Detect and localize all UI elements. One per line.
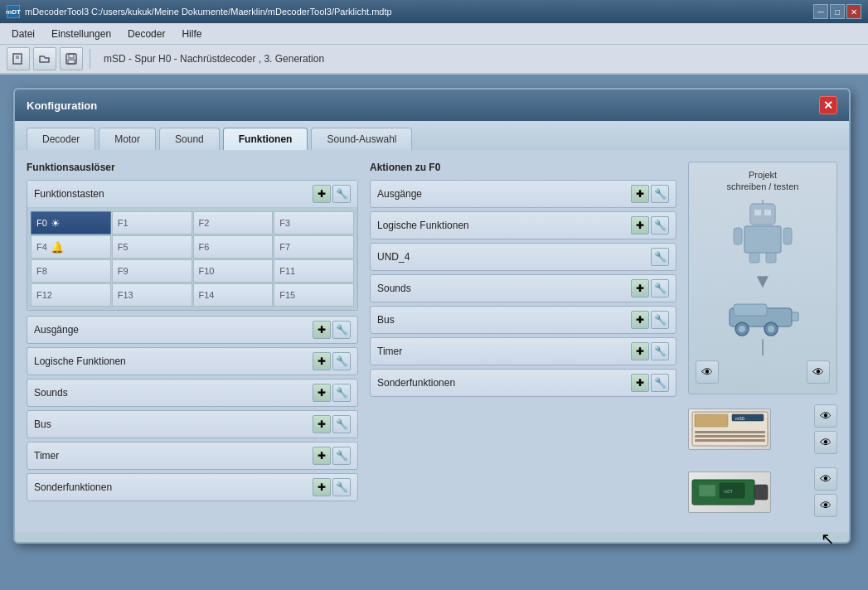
left-ausgaenge-label: Ausgänge <box>34 324 79 336</box>
left-sounds-add[interactable]: ✚ <box>313 384 331 402</box>
sidebar-decoder-eye-2[interactable]: 👁 <box>814 431 837 454</box>
tab-bar: Decoder Motor Sound Funktionen Sound-Aus… <box>15 121 849 150</box>
robot-icon <box>730 200 796 266</box>
fkey-F0[interactable]: F0 ☀ <box>31 211 111 235</box>
right-ausgaenge-wrench[interactable]: 🔧 <box>651 185 669 203</box>
tab-decoder[interactable]: Decoder <box>27 128 95 150</box>
sidebar-project-label: Projektschreiben / testen <box>727 169 799 193</box>
right-sonder-label: Sonderfunktionen <box>377 377 455 389</box>
svg-rect-7 <box>754 210 761 215</box>
maximize-button[interactable]: □ <box>830 4 845 19</box>
menu-decoder[interactable]: Decoder <box>119 26 173 42</box>
right-sounds-add[interactable]: ✚ <box>631 279 649 297</box>
left-bus-wrench[interactable]: 🔧 <box>332 415 351 433</box>
right-logische-add[interactable]: ✚ <box>631 216 649 235</box>
left-action-logische: Logische Funktionen ✚🔧 <box>27 347 358 375</box>
menu-einstellungen[interactable]: Einstellungen <box>43 26 119 42</box>
fkey-F5[interactable]: F5 <box>112 235 192 259</box>
menu-datei[interactable]: Datei <box>3 26 43 42</box>
toolbar-new-button[interactable] <box>7 47 30 70</box>
right-bus-label: Bus <box>377 314 395 326</box>
fkey-F2[interactable]: F2 <box>193 211 274 235</box>
fkey-F4[interactable]: F4 🔔 <box>31 235 111 259</box>
right-logische-wrench[interactable]: 🔧 <box>651 216 669 235</box>
toolbar-save-button[interactable] <box>60 47 83 70</box>
window-close-button[interactable]: ✕ <box>846 4 861 19</box>
right-sonder-add[interactable]: ✚ <box>631 374 649 392</box>
window-title: mDecoderTool3 C:/users/kukuk/Meine Dokum… <box>25 7 813 17</box>
left-ausgaenge-wrench[interactable]: 🔧 <box>332 321 351 339</box>
fkey-F6[interactable]: F6 <box>193 235 274 259</box>
sidebar-decoder-eye-1[interactable]: 👁 <box>814 404 837 428</box>
left-action-sonder: Sonderfunktionen ✚🔧 <box>27 473 358 501</box>
fkeys-grid: F0 ☀ F1 F2 F3 F4 🔔 F5 F6 F7 <box>27 208 357 310</box>
dialog-close-button[interactable]: ✕ <box>819 96 837 114</box>
fkey-F13[interactable]: F13 <box>112 283 192 307</box>
right-und4-label: UND_4 <box>377 251 410 263</box>
left-timer-label: Timer <box>34 450 59 462</box>
fkey-F8-label: F8 <box>36 266 47 276</box>
svg-rect-14 <box>734 228 742 244</box>
left-sonder-wrench[interactable]: 🔧 <box>332 478 351 496</box>
sidebar-eye-btn-1[interactable]: 👁 <box>696 360 719 384</box>
svg-rect-32 <box>699 485 715 496</box>
fkey-F11[interactable]: F11 <box>274 259 354 283</box>
fkeys-add-button[interactable]: ✚ <box>313 185 331 203</box>
fkeys-wrench-button[interactable]: 🔧 <box>332 185 351 203</box>
fkey-F3[interactable]: F3 <box>274 211 354 235</box>
left-action-timer-header: Timer ✚🔧 <box>27 442 357 469</box>
right-action-und4: UND_4 🔧 <box>370 243 676 271</box>
fkey-F1[interactable]: F1 <box>112 211 192 235</box>
sidebar-module-eye-2[interactable]: 👁 <box>814 494 837 517</box>
right-ausgaenge-add[interactable]: ✚ <box>631 185 649 203</box>
fkey-F13-label: F13 <box>118 290 133 300</box>
fkey-F8[interactable]: F8 <box>31 259 111 283</box>
minimize-button[interactable]: ─ <box>813 4 828 19</box>
left-timer-add[interactable]: ✚ <box>313 447 331 465</box>
tab-sound[interactable]: Sound <box>159 128 220 150</box>
right-action-bus: Bus ✚🔧 <box>370 306 676 334</box>
svg-rect-13 <box>766 253 776 263</box>
left-bus-label: Bus <box>34 418 51 430</box>
tab-funktionen[interactable]: Funktionen <box>223 128 308 150</box>
left-logische-add[interactable]: ✚ <box>313 352 331 370</box>
right-bus-wrench[interactable]: 🔧 <box>651 311 669 329</box>
left-logische-label: Logische Funktionen <box>34 355 126 367</box>
right-panel: Aktionen zu F0 Ausgänge ✚🔧 Logische Funk… <box>370 162 676 520</box>
tab-sound-auswahl[interactable]: Sound-Auswahl <box>311 128 412 150</box>
fkey-F15[interactable]: F15 <box>274 283 354 307</box>
app-icon: mDT <box>7 5 20 18</box>
sidebar-module-eye-1[interactable]: 👁 <box>814 467 837 491</box>
left-sounds-wrench[interactable]: 🔧 <box>332 384 351 402</box>
right-timer-add[interactable]: ✚ <box>631 342 649 360</box>
fkey-F14[interactable]: F14 <box>193 283 274 307</box>
svg-point-19 <box>739 326 745 332</box>
fkeys-header: Funktionstasten ✚ 🔧 <box>27 181 357 208</box>
left-timer-wrench[interactable]: 🔧 <box>332 447 351 465</box>
toolbar-open-button[interactable] <box>33 47 56 70</box>
svg-rect-6 <box>750 204 775 225</box>
fkey-F7[interactable]: F7 <box>274 235 354 259</box>
right-logische-header: Logische Funktionen ✚🔧 <box>371 212 676 239</box>
left-bus-add[interactable]: ✚ <box>313 415 331 433</box>
left-sonder-add[interactable]: ✚ <box>313 478 331 496</box>
menu-hilfe[interactable]: Hilfe <box>173 26 210 42</box>
left-panel: Funktionsauslöser Funktionstasten ✚ 🔧 F0 <box>27 162 358 520</box>
right-timer-label: Timer <box>377 346 402 357</box>
right-bus-add[interactable]: ✚ <box>631 311 649 329</box>
left-action-ausgaenge-header: Ausgänge ✚🔧 <box>27 317 357 343</box>
left-action-bus-header: Bus ✚🔧 <box>27 411 357 438</box>
fkey-F12[interactable]: F12 <box>31 283 111 307</box>
left-logische-wrench[interactable]: 🔧 <box>332 352 351 370</box>
fkey-F10[interactable]: F10 <box>193 259 274 283</box>
right-timer-wrench[interactable]: 🔧 <box>651 342 669 360</box>
tab-motor[interactable]: Motor <box>99 128 156 150</box>
right-action-sounds: Sounds ✚🔧 <box>370 274 676 302</box>
right-sounds-wrench[interactable]: 🔧 <box>651 279 669 297</box>
sidebar-eye-btn-2[interactable]: 👁 <box>807 360 830 384</box>
left-action-timer: Timer ✚🔧 <box>27 442 358 470</box>
right-sonder-wrench[interactable]: 🔧 <box>651 374 669 392</box>
left-ausgaenge-add[interactable]: ✚ <box>313 321 331 339</box>
right-und4-wrench[interactable]: 🔧 <box>651 248 669 266</box>
fkey-F9[interactable]: F9 <box>112 259 192 283</box>
